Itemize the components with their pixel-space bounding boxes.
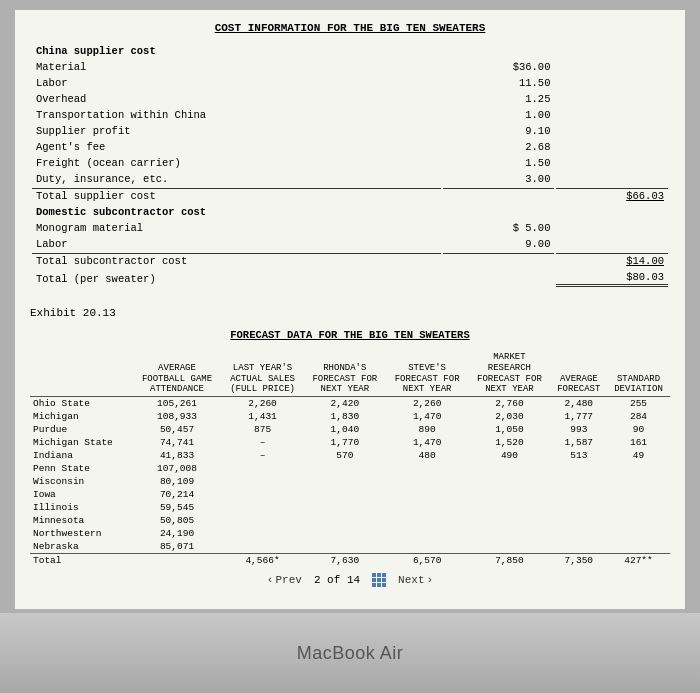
cost-title: COST INFORMATION FOR THE BIG TEN SWEATER… [30, 22, 670, 34]
table-row: Minnesota 50,805 [30, 514, 670, 527]
cost-table: China supplier cost Material $36.00 Labo… [30, 42, 670, 289]
table-row: Nebraska 85,071 [30, 540, 670, 554]
table-row: Michigan 108,9331,4311,8301,4702,0301,77… [30, 410, 670, 423]
table-row: Purdue 50,4578751,0408901,05099390 [30, 423, 670, 436]
total-pages: 14 [347, 574, 360, 586]
table-row: Penn State 107,008 [30, 462, 670, 475]
table-row: Wisconsin 80,109 [30, 475, 670, 488]
cost-section: COST INFORMATION FOR THE BIG TEN SWEATER… [30, 22, 670, 289]
domestic-header: Domestic subcontractor cost [32, 205, 441, 219]
chevron-left-icon: ‹ [267, 574, 274, 586]
grid-icon[interactable] [372, 573, 386, 587]
forecast-section: FORECAST DATA FOR THE BIG TEN SWEATERS A… [30, 329, 670, 567]
exhibit-label: Exhibit 20.13 [30, 307, 670, 319]
table-row: Northwestern 24,190 [30, 527, 670, 540]
table-row: Indiana 41,833–57048049051349 [30, 449, 670, 462]
forecast-title: FORECAST DATA FOR THE BIG TEN SWEATERS [30, 329, 670, 341]
forecast-table: AVERAGEFOOTBALL GAMEATTENDANCE LAST YEAR… [30, 351, 670, 567]
china-header: China supplier cost [32, 44, 441, 58]
pagination-bar: ‹ Prev 2 of 14 Next › [30, 567, 670, 591]
page-info: 2 of 14 [314, 574, 360, 586]
next-label[interactable]: Next [398, 574, 424, 586]
total-row: Total 4,566* 7,630 6,570 7,850 7,350 427… [30, 554, 670, 568]
table-row: Iowa 70,214 [30, 488, 670, 501]
current-page: 2 [314, 574, 321, 586]
next-button[interactable]: Next › [398, 574, 433, 586]
prev-button[interactable]: ‹ Prev [267, 574, 302, 586]
table-row: Ohio State 105,2612,2602,4202,2602,7602,… [30, 397, 670, 411]
chevron-right-icon: › [427, 574, 434, 586]
prev-label[interactable]: Prev [275, 574, 301, 586]
table-row: Michigan State 74,741–1,7701,4701,5201,5… [30, 436, 670, 449]
table-row: Illinois 59,545 [30, 501, 670, 514]
macbook-label: MacBook Air [297, 643, 404, 664]
macbook-bar: MacBook Air [0, 613, 700, 693]
